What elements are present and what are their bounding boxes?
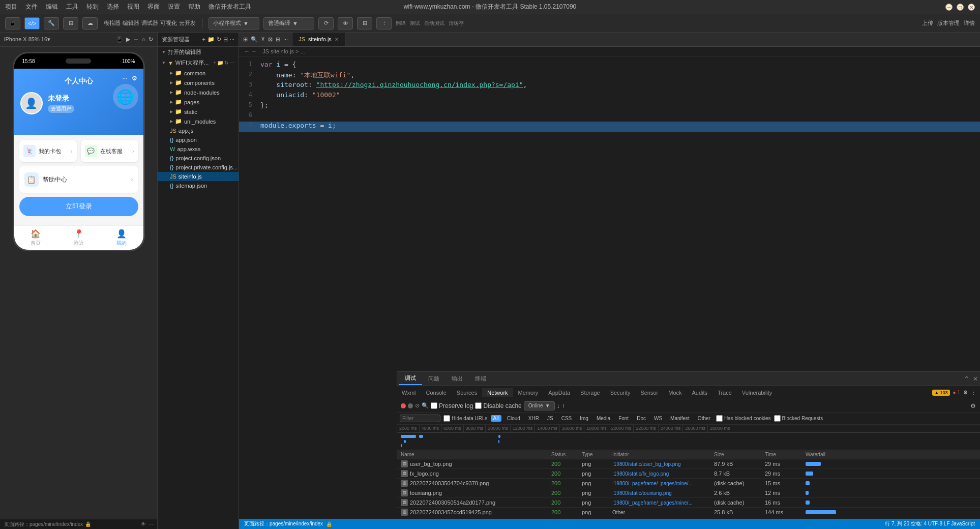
root-folder[interactable]: ▼ ▼ WIFI大程序... + 📁 ↻ ⋯	[158, 57, 239, 68]
close-button[interactable]: ✕	[968, 4, 975, 11]
network-row-1[interactable]: 🖼 user_bg_top.png 200 png :19800/static/…	[397, 459, 980, 469]
hide-data-urls-checkbox[interactable]: Hide data URLs	[443, 415, 488, 422]
menu-item-project[interactable]: 项目	[5, 3, 17, 11]
back-arrow[interactable]: ←	[244, 48, 250, 54]
menu-item-goto[interactable]: 转到	[86, 3, 99, 11]
network-subtab-storage[interactable]: Storage	[575, 388, 605, 397]
network-subtab-network[interactable]: Network	[482, 388, 513, 397]
qrcode-button[interactable]: ⊞	[357, 17, 372, 30]
file-tree-actions[interactable]: + 📁 ↻ ⊟ ···	[202, 36, 234, 43]
network-row-2[interactable]: 🖼 fx_logo.png 200 png :19800/static/fx_l…	[397, 469, 980, 479]
home-icon[interactable]: ⌂	[142, 36, 145, 43]
phone-header-icons[interactable]: ··· ⚙	[122, 75, 137, 82]
nav-home[interactable]: 🏠 首页	[14, 229, 57, 247]
eye-icon[interactable]: 👁	[141, 521, 146, 527]
debug-icon[interactable]: 🔧	[44, 17, 59, 30]
tree-folder-components[interactable]: ▶ 📁 components	[158, 78, 239, 87]
network-subtab-mock[interactable]: Mock	[663, 388, 687, 397]
tree-file-sitemap[interactable]: {} sitemap.json	[158, 181, 239, 190]
open-editors-section[interactable]: ▼ 打开的编辑器	[158, 47, 239, 57]
type-btn-cloud[interactable]: Cloud	[504, 415, 523, 422]
down-arrow-icon[interactable]: ↓	[557, 402, 560, 409]
tree-file-project-private[interactable]: {} project.private.config.js...	[158, 163, 239, 172]
visual-icon[interactable]: ⊞	[63, 17, 78, 30]
new-folder-icon[interactable]: 📁	[207, 36, 215, 43]
menu-item-help[interactable]: 帮助	[188, 3, 200, 11]
menu-item-help[interactable]: 📋 帮助中心 ›	[19, 166, 138, 193]
refresh-button[interactable]	[408, 403, 413, 408]
type-btn-ws[interactable]: WS	[651, 415, 665, 422]
settings-btn[interactable]: ⚙	[970, 402, 976, 409]
tab-terminal[interactable]: 终端	[469, 373, 492, 385]
back-icon[interactable]: ←	[133, 36, 139, 43]
menu-item-wechat[interactable]: 微信开发者工具	[209, 3, 251, 11]
network-subtab-memory[interactable]: Memory	[513, 388, 544, 397]
close-tab-icon[interactable]: ✕	[335, 37, 339, 42]
code-icon[interactable]: </>	[24, 17, 40, 30]
network-row-5[interactable]: 🖼 20220724003050514a2d0177.png 200 png :…	[397, 498, 980, 508]
has-blocked-cookies-checkbox[interactable]: Has blocked cookies	[716, 415, 771, 422]
tab-debugger[interactable]: 调试器	[141, 19, 158, 27]
compile-button[interactable]: ⟳	[318, 17, 334, 30]
tree-file-siteinfo[interactable]: JS siteinfo.js	[158, 172, 239, 181]
refresh-tree-icon[interactable]: ↻	[217, 36, 221, 43]
disable-cache-checkbox[interactable]: Disable cache	[475, 402, 521, 409]
phone-icon-btn[interactable]: 📱	[116, 36, 123, 43]
network-subtab-sensor[interactable]: Sensor	[635, 388, 663, 397]
network-subtab-vulnerability[interactable]: Vulnerability	[737, 388, 778, 397]
type-btn-doc[interactable]: Doc	[634, 415, 648, 422]
preview-button[interactable]: 👁	[338, 17, 353, 30]
menu-item-edit[interactable]: 编辑	[46, 3, 58, 11]
search-icon[interactable]: 🔍	[422, 402, 429, 409]
tree-folder-node_modules[interactable]: ▶ 📁 node-modules	[158, 87, 239, 97]
window-controls[interactable]: ─ □ ✕	[945, 4, 975, 11]
mode-dropdown[interactable]: 小程序模式 ▼	[209, 17, 259, 30]
network-row-3[interactable]: 🖼 20220724003504704c9378.png 200 png :19…	[397, 479, 980, 488]
menu-item-file[interactable]: 文件	[25, 3, 38, 11]
collapse-tree-icon[interactable]: ⊟	[223, 36, 228, 43]
compile-dropdown[interactable]: 普通编译 ▼	[263, 17, 314, 30]
tree-file-appwxss[interactable]: W app.wxss	[158, 144, 239, 154]
tree-file-appjs[interactable]: JS app.js	[158, 126, 239, 135]
menu-item-settings[interactable]: 设置	[168, 3, 180, 11]
cloud-icon[interactable]: ☁	[82, 17, 98, 30]
type-btn-media[interactable]: Media	[594, 415, 613, 422]
menu-bar[interactable]: 项目 文件 编辑 工具 转到 选择 视图 界面 设置 帮助 微信开发者工具	[5, 3, 251, 11]
menu-item-tools[interactable]: 工具	[66, 3, 78, 11]
card-customer-service[interactable]: 💬 在线客服 ›	[81, 140, 138, 162]
tree-folder-pages[interactable]: ▶ 📁 pages	[158, 97, 239, 107]
more-button[interactable]: ⋮	[376, 17, 392, 30]
network-subtab-wxml[interactable]: Wxml	[397, 388, 421, 397]
tab-debug[interactable]: 调试	[399, 372, 422, 385]
maximize-button[interactable]: □	[957, 4, 964, 11]
more-tree-icon[interactable]: ···	[230, 36, 234, 43]
menu-item-view[interactable]: 视图	[127, 3, 139, 11]
record-button[interactable]	[401, 403, 406, 408]
tree-file-appjson[interactable]: {} app.json	[158, 135, 239, 144]
settings-icon[interactable]: ⚙	[963, 390, 968, 395]
blocked-requests-checkbox[interactable]: Blocked Requests	[774, 415, 823, 422]
tab-simulator[interactable]: 模拟器	[104, 19, 121, 27]
type-btn-all[interactable]: All	[491, 415, 501, 422]
filter-icon[interactable]: ⊘	[415, 402, 420, 409]
menu-item-select[interactable]: 选择	[107, 3, 119, 11]
minimize-button[interactable]: ─	[945, 4, 953, 11]
online-dropdown[interactable]: Online ▼	[524, 401, 555, 410]
network-row-4[interactable]: 🖼 touxiang.png 200 png :19800/static/tou…	[397, 488, 980, 498]
play-icon[interactable]: ▶	[126, 36, 130, 43]
tree-folder-static[interactable]: ▶ 📁 static	[158, 107, 239, 116]
more-path-icon[interactable]: ···	[149, 521, 153, 527]
type-btn-other[interactable]: Other	[695, 415, 713, 422]
network-row-6[interactable]: 🖼 20220724003457ccd519425.png 200 png Ot…	[397, 508, 980, 517]
new-file-icon[interactable]: +	[202, 36, 205, 43]
menu-item-interface[interactable]: 界面	[147, 3, 160, 11]
tree-file-project-config[interactable]: {} project.config.json	[158, 154, 239, 163]
network-subtab-sources[interactable]: Sources	[452, 388, 482, 397]
forward-arrow[interactable]: →	[251, 48, 257, 54]
tab-visual[interactable]: 可视化	[160, 19, 177, 27]
type-btn-img[interactable]: Img	[577, 415, 591, 422]
tree-folder-common[interactable]: ▶ 📁 common	[158, 68, 239, 78]
card-my-cards[interactable]: 🃏 我的卡包 ›	[19, 140, 77, 162]
panel-close-button[interactable]: ⌃	[964, 375, 970, 383]
editor-new-tab-icon[interactable]: ⊞ 🔍 ⊻ ⊠ ⊞ ···	[239, 33, 292, 46]
